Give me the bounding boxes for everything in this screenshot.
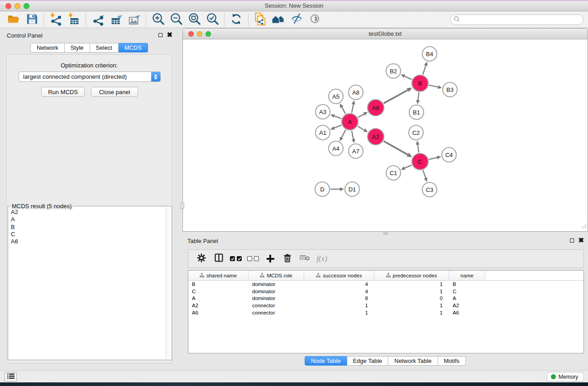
tab-node-table[interactable]: Node Table [305, 356, 347, 366]
cell-mcds-role[interactable]: connector [249, 310, 304, 315]
open-session-button[interactable] [5, 13, 23, 27]
cell-shared-name[interactable]: B [188, 281, 249, 287]
edge-B-B3[interactable] [429, 85, 438, 87]
panel-divider-grip[interactable] [181, 202, 184, 209]
show-column-button[interactable] [210, 252, 227, 266]
edge-C-C3[interactable] [423, 170, 425, 178]
tab-edge-table[interactable]: Edge Table [347, 356, 388, 366]
edge-A-A3[interactable] [334, 116, 341, 119]
edge-A-A6[interactable] [358, 114, 364, 118]
tab-motifs[interactable]: Motifs [438, 356, 466, 366]
cell-predecessor-nodes[interactable]: 0 [374, 295, 449, 301]
cell-mcds-role[interactable]: dominator [249, 295, 304, 301]
import-network-button[interactable] [47, 13, 65, 27]
tab-network-table[interactable]: Network Table [388, 356, 438, 366]
close-window-button[interactable] [5, 3, 11, 9]
column-header-name[interactable]: name [449, 271, 485, 280]
float-panel-icon[interactable] [570, 238, 574, 243]
delete-column-button[interactable] [279, 252, 296, 266]
edge-A-A1[interactable] [334, 125, 341, 128]
edge-C-C4[interactable] [429, 157, 437, 159]
cell-predecessor-nodes[interactable]: 1 [374, 303, 449, 308]
float-panel-icon[interactable] [158, 33, 163, 37]
show-hidden-button[interactable] [306, 13, 324, 27]
cell-shared-name[interactable]: A6 [188, 310, 249, 315]
edge-C-C2[interactable] [418, 145, 419, 152]
close-panel-icon[interactable]: ✖ [578, 238, 584, 243]
cell-name[interactable]: A6 [449, 310, 485, 315]
task-history-button[interactable] [5, 372, 17, 381]
cell-mcds-role[interactable]: connector [249, 303, 304, 308]
create-column-button[interactable] [262, 252, 279, 266]
cell-successor-nodes[interactable]: 4 [304, 289, 374, 294]
table-row[interactable]: A2connector11A2 [188, 302, 583, 309]
cell-name[interactable]: A2 [449, 303, 485, 308]
cell-predecessor-nodes[interactable]: 1 [374, 310, 449, 315]
table-row[interactable]: Adominator80A [188, 295, 583, 302]
new-network-from-selection-button[interactable] [251, 13, 269, 27]
table-row[interactable]: Cdominator41C [188, 288, 583, 295]
cell-predecessor-nodes[interactable]: 1 [374, 289, 449, 294]
edge-B-B1[interactable] [418, 92, 419, 100]
export-image-button[interactable] [125, 13, 143, 27]
cell-predecessor-nodes[interactable]: 1 [374, 281, 449, 287]
cell-successor-nodes[interactable]: 4 [304, 281, 374, 287]
search-field[interactable] [450, 14, 583, 25]
result-item-b[interactable]: B [8, 224, 165, 231]
edge-A2-C[interactable] [383, 141, 408, 155]
zoom-window-button[interactable] [24, 3, 29, 9]
refresh-view-button[interactable] [227, 13, 245, 27]
optimization-criterion-dropdown[interactable]: largest connected component (directed) [19, 71, 161, 82]
close-panel-icon[interactable]: ✖ [167, 33, 172, 37]
result-item-a[interactable]: A [8, 216, 165, 223]
function-builder-button[interactable]: f(x) [313, 252, 330, 266]
edge-A-A8[interactable] [352, 104, 354, 113]
table-row[interactable]: Bdominator41B [188, 281, 583, 288]
edge-A-A5[interactable] [342, 107, 345, 114]
edge-A-A7[interactable] [352, 131, 354, 139]
cell-name[interactable]: B [449, 281, 485, 287]
zoom-selected-button[interactable] [203, 13, 221, 27]
memory-button[interactable]: Memory [547, 372, 584, 381]
cell-shared-name[interactable]: C [188, 289, 249, 294]
table-row[interactable]: A6connector11A6 [188, 309, 583, 316]
column-header-successor-nodes[interactable]: successor nodes [304, 271, 374, 280]
column-header-predecessor-nodes[interactable]: predecessor nodes [374, 271, 449, 280]
network-close-button[interactable] [188, 31, 194, 37]
cell-successor-nodes[interactable]: 1 [304, 303, 374, 308]
edge-B-B2[interactable] [405, 76, 412, 79]
edge-A-A4[interactable] [342, 130, 346, 138]
run-mcds-button[interactable]: Run MCDS [41, 87, 85, 97]
cell-mcds-role[interactable]: dominator [249, 289, 304, 294]
column-header-mcds-role[interactable]: MCDS role [249, 271, 304, 280]
cell-successor-nodes[interactable]: 8 [304, 295, 374, 301]
cell-name[interactable]: C [449, 289, 485, 294]
resize-grip-icon[interactable] [581, 223, 587, 231]
tab-select[interactable]: Select [90, 43, 119, 52]
edge-A6-B[interactable] [384, 90, 408, 103]
cell-mcds-role[interactable]: dominator [249, 281, 304, 287]
horizontal-divider-grip[interactable] [383, 232, 388, 235]
save-session-button[interactable] [23, 13, 41, 27]
network-canvas[interactable]: B4B2BB3A5A8A6A3B1AA1C2A2A4A7C4CC1C3DD1 [183, 40, 588, 231]
result-scrollbar[interactable] [165, 207, 171, 359]
import-table-button[interactable] [65, 13, 83, 27]
edge-C-C1[interactable] [405, 165, 412, 168]
cell-successor-nodes[interactable]: 1 [304, 310, 374, 315]
export-network-button[interactable] [89, 13, 107, 27]
export-table-button[interactable] [107, 13, 125, 27]
column-header-shared-name[interactable]: shared name [188, 271, 249, 280]
edge-B-B4[interactable] [423, 66, 426, 75]
close-panel-button[interactable]: Close panel [91, 87, 138, 97]
home-button[interactable] [269, 13, 287, 27]
tab-style[interactable]: Style [65, 43, 90, 52]
cell-shared-name[interactable]: A [188, 295, 249, 301]
network-zoom-button[interactable] [206, 31, 211, 37]
cell-shared-name[interactable]: A2 [188, 303, 249, 308]
result-item-a2[interactable]: A2 [8, 209, 165, 216]
zoom-in-button[interactable] [149, 13, 167, 27]
select-all-button[interactable] [227, 252, 244, 266]
search-input[interactable] [460, 16, 583, 24]
table-settings-button[interactable] [193, 252, 210, 266]
network-window-titlebar[interactable]: testGlobe.txt [183, 29, 588, 39]
